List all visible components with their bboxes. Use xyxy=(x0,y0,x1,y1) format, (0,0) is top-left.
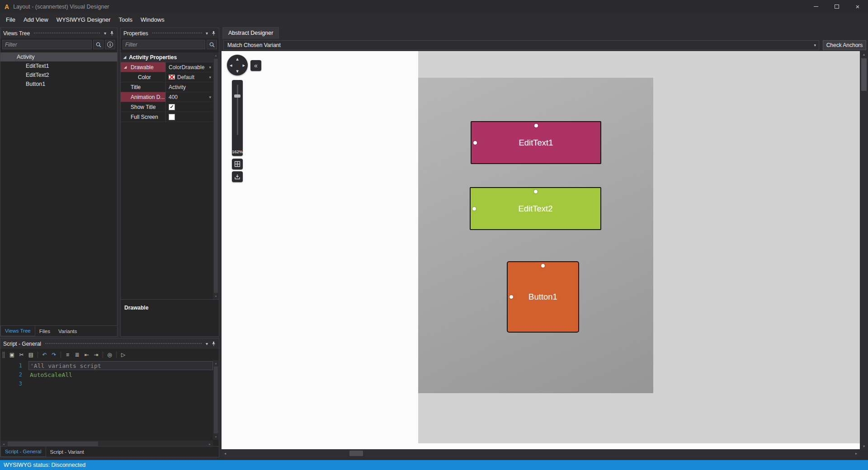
properties-search-button[interactable] xyxy=(207,40,217,49)
variant-selector[interactable]: Match Chosen Variant ▾ xyxy=(223,40,819,50)
zoom-slider-track[interactable] xyxy=(237,85,238,135)
property-label[interactable]: ◢ Drawable xyxy=(121,62,166,72)
scroll-right-icon[interactable]: ▸ xyxy=(853,449,860,457)
tree-item-activity[interactable]: Activity xyxy=(0,52,117,61)
views-info-button[interactable]: i xyxy=(105,40,115,49)
tree-item-edittext2[interactable]: EditText2 xyxy=(0,70,117,80)
code-text[interactable]: AutoScaleAll xyxy=(28,370,213,379)
copy-icon[interactable]: ▣ xyxy=(8,351,16,359)
scroll-down-icon[interactable]: ▾ xyxy=(213,434,219,440)
properties-filter-input[interactable] xyxy=(123,40,205,49)
redo-icon[interactable]: ↷ xyxy=(50,351,58,359)
scrollbar-thumb[interactable] xyxy=(214,59,218,293)
toggle-grid-button[interactable] xyxy=(232,159,243,169)
designer-horizontal-scrollbar[interactable]: ◂ ▸ xyxy=(222,449,860,457)
checkbox-unchecked[interactable] xyxy=(169,114,175,120)
pin-icon[interactable] xyxy=(211,31,216,36)
tab-script-variant[interactable]: Script - Variant xyxy=(46,446,88,457)
comment-icon[interactable]: ≡ xyxy=(63,351,72,359)
menu-add-view[interactable]: Add View xyxy=(19,14,52,25)
scroll-down-icon[interactable]: ▾ xyxy=(860,443,868,449)
menu-tools[interactable]: Tools xyxy=(115,14,137,25)
code-line[interactable]: 1 'All variants script xyxy=(0,361,213,370)
category-activity-properties[interactable]: ◢ Activity Properties xyxy=(121,52,213,62)
check-anchors-button[interactable]: Check Anchors xyxy=(823,40,866,50)
pan-control[interactable]: ▴ ▾ ◂ ▸ xyxy=(227,55,248,75)
anchor-handle-left[interactable] xyxy=(473,141,477,145)
anchor-handle-top[interactable] xyxy=(534,124,538,127)
property-label[interactable]: Show Title xyxy=(121,102,166,112)
designer-vertical-scrollbar[interactable]: ▴ ▾ xyxy=(860,51,868,449)
menu-wysiwyg-designer[interactable]: WYSIWYG Designer xyxy=(52,14,115,25)
pin-icon[interactable] xyxy=(109,31,114,36)
code-line[interactable]: 3 xyxy=(0,379,213,388)
property-value-text-field[interactable]: Activity xyxy=(166,82,213,92)
maximize-button[interactable] xyxy=(826,0,847,13)
row-expand-icon[interactable]: ◢ xyxy=(124,65,127,69)
collapse-controls-button[interactable]: « xyxy=(250,60,261,71)
scrollbar-thumb[interactable] xyxy=(861,58,867,91)
views-filter-input[interactable] xyxy=(2,40,92,49)
scrollbar-thumb[interactable] xyxy=(349,451,363,456)
widget-edittext1[interactable]: EditText1 xyxy=(471,121,601,164)
code-line[interactable]: 2 AutoScaleAll xyxy=(0,370,213,379)
zoom-slider[interactable]: 162% xyxy=(232,80,243,156)
indent-icon[interactable]: ⇥ xyxy=(92,351,100,359)
panel-menu-icon[interactable]: ▾ xyxy=(104,31,106,36)
run-script-icon[interactable]: ▷ xyxy=(119,351,127,359)
scroll-down-icon[interactable]: ▾ xyxy=(213,293,219,299)
tree-item-button1[interactable]: Button1 xyxy=(0,80,117,89)
tab-files[interactable]: Files xyxy=(35,326,54,336)
scrollbar-thumb[interactable] xyxy=(214,367,218,433)
scroll-left-icon[interactable]: ◂ xyxy=(222,449,229,457)
script-editor[interactable]: 1 'All variants script 2 AutoScaleAll 3 xyxy=(0,360,213,440)
uncomment-icon[interactable]: ≣ xyxy=(73,351,81,359)
undo-icon[interactable]: ↶ xyxy=(40,351,49,359)
minimize-button[interactable] xyxy=(806,0,826,13)
checkbox-checked[interactable]: ✓ xyxy=(169,104,175,110)
pan-down-icon[interactable]: ▾ xyxy=(236,69,239,74)
find-icon[interactable]: ◎ xyxy=(105,351,114,359)
anchor-handle-left[interactable] xyxy=(509,295,513,299)
menu-file[interactable]: File xyxy=(2,14,19,25)
properties-scrollbar[interactable]: ▴ ▾ xyxy=(213,52,219,299)
pan-left-icon[interactable]: ◂ xyxy=(230,63,232,68)
menu-windows[interactable]: Windows xyxy=(137,14,169,25)
anchor-handle-top[interactable] xyxy=(541,264,545,268)
scroll-up-icon[interactable]: ▴ xyxy=(860,51,868,57)
property-value-dropdown[interactable]: ColorDrawable ▾ xyxy=(166,62,213,72)
widget-edittext2[interactable]: EditText2 xyxy=(470,187,601,230)
zoom-slider-handle[interactable] xyxy=(234,94,241,98)
outdent-icon[interactable]: ⇤ xyxy=(82,351,91,359)
property-label[interactable]: Title xyxy=(121,82,166,92)
scroll-up-icon[interactable]: ▴ xyxy=(213,360,219,366)
property-value-dropdown[interactable]: 400 ▾ xyxy=(166,92,213,102)
property-label[interactable]: Full Screen xyxy=(121,112,166,122)
scroll-up-icon[interactable]: ▴ xyxy=(213,52,219,58)
pan-up-icon[interactable]: ▴ xyxy=(236,56,239,61)
widget-button1[interactable]: Button1 xyxy=(507,261,579,333)
code-text[interactable]: 'All variants script xyxy=(28,361,213,370)
code-text[interactable] xyxy=(28,379,213,388)
load-layout-button[interactable] xyxy=(232,171,243,182)
pan-right-icon[interactable]: ▸ xyxy=(242,63,245,68)
property-label[interactable]: Animation D... xyxy=(121,92,166,102)
panel-menu-icon[interactable]: ▾ xyxy=(206,31,208,36)
anchor-handle-top[interactable] xyxy=(534,190,538,193)
paste-icon[interactable]: ▤ xyxy=(27,351,35,359)
tab-script-general[interactable]: Script - General xyxy=(0,446,46,457)
close-button[interactable]: × xyxy=(847,0,868,13)
cut-icon[interactable]: ✂ xyxy=(17,351,26,359)
script-vertical-scrollbar[interactable]: ▴ ▾ xyxy=(213,360,219,440)
views-search-button[interactable] xyxy=(93,40,104,49)
tab-views-tree[interactable]: Views Tree xyxy=(0,326,35,336)
property-value-checkbox: ✓ xyxy=(166,102,213,112)
tree-item-edittext1[interactable]: EditText1 xyxy=(0,61,117,70)
property-label[interactable]: Color xyxy=(121,72,166,82)
anchor-handle-left[interactable] xyxy=(472,207,476,211)
panel-menu-icon[interactable]: ▾ xyxy=(206,341,208,346)
tab-variants[interactable]: Variants xyxy=(54,326,81,336)
tab-abstract-designer[interactable]: Abstract Designer xyxy=(222,27,279,39)
pin-icon[interactable] xyxy=(211,341,216,347)
property-value-dropdown[interactable]: Default ▾ xyxy=(166,72,213,82)
